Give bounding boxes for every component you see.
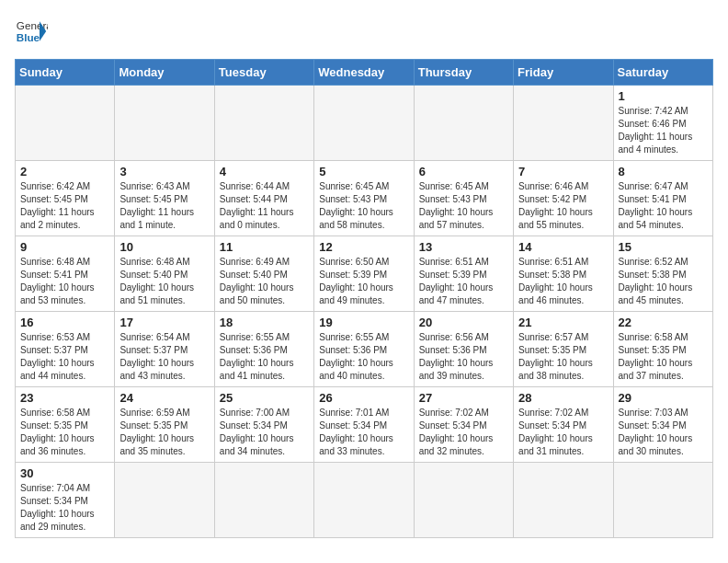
calendar-day-cell: 18Sunrise: 6:55 AM Sunset: 5:36 PM Dayli… (214, 312, 313, 387)
calendar-day-cell: 5Sunrise: 6:45 AM Sunset: 5:43 PM Daylig… (314, 161, 414, 236)
day-number: 25 (220, 391, 309, 405)
day-info: Sunrise: 6:58 AM Sunset: 5:35 PM Dayligh… (619, 331, 708, 383)
calendar-day-cell: 14Sunrise: 6:51 AM Sunset: 5:38 PM Dayli… (514, 236, 613, 312)
day-info: Sunrise: 7:02 AM Sunset: 5:34 PM Dayligh… (419, 407, 508, 458)
calendar-day-cell: 9Sunrise: 6:48 AM Sunset: 5:41 PM Daylig… (16, 236, 115, 312)
day-number: 27 (419, 391, 508, 405)
calendar-week-row: 30Sunrise: 7:04 AM Sunset: 5:34 PM Dayli… (16, 463, 713, 538)
calendar-week-row: 2Sunrise: 6:42 AM Sunset: 5:45 PM Daylig… (16, 161, 713, 236)
calendar-week-row: 9Sunrise: 6:48 AM Sunset: 5:41 PM Daylig… (16, 236, 713, 312)
calendar-day-cell (613, 463, 712, 538)
logo-icon: General Blue (15, 15, 48, 48)
day-number: 17 (119, 316, 209, 329)
calendar-day-cell: 27Sunrise: 7:02 AM Sunset: 5:34 PM Dayli… (414, 387, 513, 463)
calendar-day-cell (314, 86, 414, 161)
day-info: Sunrise: 6:56 AM Sunset: 5:36 PM Dayligh… (419, 331, 508, 383)
calendar-day-cell: 6Sunrise: 6:45 AM Sunset: 5:43 PM Daylig… (414, 161, 513, 236)
calendar-day-cell: 30Sunrise: 7:04 AM Sunset: 5:34 PM Dayli… (16, 463, 115, 538)
calendar-day-cell (514, 463, 613, 538)
day-number: 18 (220, 316, 309, 329)
day-number: 22 (619, 316, 708, 329)
calendar-day-cell: 26Sunrise: 7:01 AM Sunset: 5:34 PM Dayli… (314, 387, 414, 463)
weekday-header: Thursday (414, 60, 513, 86)
day-info: Sunrise: 6:44 AM Sunset: 5:44 PM Dayligh… (220, 180, 309, 232)
day-info: Sunrise: 6:55 AM Sunset: 5:36 PM Dayligh… (220, 331, 309, 383)
svg-text:Blue: Blue (17, 31, 40, 43)
calendar-day-cell: 23Sunrise: 6:58 AM Sunset: 5:35 PM Dayli… (16, 387, 115, 463)
day-number: 26 (319, 391, 408, 405)
day-info: Sunrise: 7:02 AM Sunset: 5:34 PM Dayligh… (518, 407, 608, 458)
day-number: 29 (619, 391, 708, 405)
calendar-day-cell: 1Sunrise: 7:42 AM Sunset: 6:46 PM Daylig… (613, 86, 712, 161)
day-info: Sunrise: 6:52 AM Sunset: 5:38 PM Dayligh… (619, 256, 708, 307)
day-info: Sunrise: 6:48 AM Sunset: 5:41 PM Dayligh… (20, 256, 109, 307)
day-info: Sunrise: 7:04 AM Sunset: 5:34 PM Dayligh… (20, 482, 109, 534)
weekday-header: Wednesday (314, 60, 414, 86)
day-number: 13 (419, 240, 508, 254)
day-number: 9 (20, 240, 109, 254)
day-info: Sunrise: 6:42 AM Sunset: 5:45 PM Dayligh… (20, 180, 109, 232)
day-number: 12 (319, 240, 408, 254)
calendar-day-cell: 10Sunrise: 6:48 AM Sunset: 5:40 PM Dayli… (115, 236, 214, 312)
day-info: Sunrise: 6:50 AM Sunset: 5:39 PM Dayligh… (319, 256, 408, 307)
weekday-header: Sunday (16, 60, 115, 86)
weekday-header: Saturday (613, 60, 712, 86)
calendar-week-row: 23Sunrise: 6:58 AM Sunset: 5:35 PM Dayli… (16, 387, 713, 463)
calendar-day-cell: 17Sunrise: 6:54 AM Sunset: 5:37 PM Dayli… (115, 312, 214, 387)
day-info: Sunrise: 6:45 AM Sunset: 5:43 PM Dayligh… (419, 180, 508, 232)
day-number: 8 (619, 165, 708, 178)
calendar-day-cell: 2Sunrise: 6:42 AM Sunset: 5:45 PM Daylig… (16, 161, 115, 236)
day-info: Sunrise: 6:55 AM Sunset: 5:36 PM Dayligh… (319, 331, 408, 383)
page-header: General Blue (15, 15, 713, 48)
day-info: Sunrise: 6:45 AM Sunset: 5:43 PM Dayligh… (319, 180, 408, 232)
day-number: 6 (419, 165, 508, 178)
calendar-day-cell: 22Sunrise: 6:58 AM Sunset: 5:35 PM Dayli… (613, 312, 712, 387)
calendar-day-cell: 21Sunrise: 6:57 AM Sunset: 5:35 PM Dayli… (514, 312, 613, 387)
day-info: Sunrise: 7:01 AM Sunset: 5:34 PM Dayligh… (319, 407, 408, 458)
calendar-day-cell (214, 463, 313, 538)
day-info: Sunrise: 7:00 AM Sunset: 5:34 PM Dayligh… (220, 407, 309, 458)
day-number: 1 (619, 89, 708, 103)
calendar-day-cell: 3Sunrise: 6:43 AM Sunset: 5:45 PM Daylig… (115, 161, 214, 236)
day-info: Sunrise: 6:46 AM Sunset: 5:42 PM Dayligh… (518, 180, 608, 232)
day-number: 3 (119, 165, 209, 178)
calendar-day-cell: 15Sunrise: 6:52 AM Sunset: 5:38 PM Dayli… (613, 236, 712, 312)
day-number: 23 (20, 391, 109, 405)
calendar-day-cell: 20Sunrise: 6:56 AM Sunset: 5:36 PM Dayli… (414, 312, 513, 387)
calendar-day-cell: 29Sunrise: 7:03 AM Sunset: 5:34 PM Dayli… (613, 387, 712, 463)
day-number: 28 (518, 391, 608, 405)
calendar-day-cell: 19Sunrise: 6:55 AM Sunset: 5:36 PM Dayli… (314, 312, 414, 387)
day-info: Sunrise: 7:03 AM Sunset: 5:34 PM Dayligh… (619, 407, 708, 458)
calendar-day-cell (414, 86, 513, 161)
weekday-header: Friday (514, 60, 613, 86)
day-number: 4 (220, 165, 309, 178)
calendar-week-row: 16Sunrise: 6:53 AM Sunset: 5:37 PM Dayli… (16, 312, 713, 387)
day-number: 5 (319, 165, 408, 178)
day-number: 21 (518, 316, 608, 329)
day-info: Sunrise: 6:58 AM Sunset: 5:35 PM Dayligh… (20, 407, 109, 458)
day-info: Sunrise: 7:42 AM Sunset: 6:46 PM Dayligh… (619, 105, 708, 156)
day-info: Sunrise: 6:57 AM Sunset: 5:35 PM Dayligh… (518, 331, 608, 383)
weekday-header: Monday (115, 60, 214, 86)
day-info: Sunrise: 6:59 AM Sunset: 5:35 PM Dayligh… (119, 407, 209, 458)
calendar-day-cell (414, 463, 513, 538)
weekday-header-row: SundayMondayTuesdayWednesdayThursdayFrid… (16, 60, 713, 86)
calendar-day-cell (514, 86, 613, 161)
calendar-day-cell: 28Sunrise: 7:02 AM Sunset: 5:34 PM Dayli… (514, 387, 613, 463)
day-number: 20 (419, 316, 508, 329)
weekday-header: Tuesday (214, 60, 313, 86)
calendar-day-cell: 16Sunrise: 6:53 AM Sunset: 5:37 PM Dayli… (16, 312, 115, 387)
calendar-day-cell: 8Sunrise: 6:47 AM Sunset: 5:41 PM Daylig… (613, 161, 712, 236)
logo: General Blue (15, 15, 48, 48)
calendar-table: SundayMondayTuesdayWednesdayThursdayFrid… (15, 59, 713, 538)
day-info: Sunrise: 6:49 AM Sunset: 5:40 PM Dayligh… (220, 256, 309, 307)
day-info: Sunrise: 6:51 AM Sunset: 5:39 PM Dayligh… (419, 256, 508, 307)
calendar-day-cell (115, 463, 214, 538)
calendar-day-cell (214, 86, 313, 161)
day-number: 16 (20, 316, 109, 329)
day-number: 7 (518, 165, 608, 178)
calendar-day-cell: 4Sunrise: 6:44 AM Sunset: 5:44 PM Daylig… (214, 161, 313, 236)
calendar-day-cell (314, 463, 414, 538)
calendar-day-cell: 11Sunrise: 6:49 AM Sunset: 5:40 PM Dayli… (214, 236, 313, 312)
day-number: 24 (119, 391, 209, 405)
